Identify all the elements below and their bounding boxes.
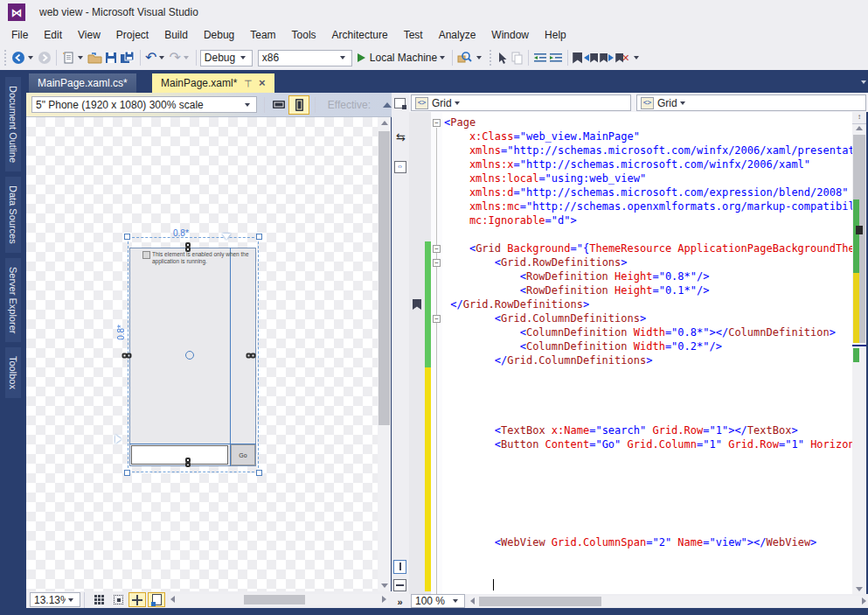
next-bookmark-button[interactable]	[599, 48, 615, 67]
toolbar-overflow-button[interactable]	[473, 48, 485, 67]
scrollbar-thumb[interactable]	[479, 597, 601, 606]
code-line[interactable]	[409, 395, 852, 409]
menu-view[interactable]: View	[70, 26, 108, 44]
resize-handle[interactable]	[256, 470, 262, 476]
code-line[interactable]: − <Grid Background="{ThemeResource Appli…	[409, 241, 852, 255]
navigate-forward-button[interactable]	[37, 48, 52, 67]
solution-platform-combo[interactable]: x86	[258, 50, 352, 66]
menu-file[interactable]: File	[3, 26, 36, 44]
resize-handle[interactable]	[256, 234, 262, 240]
scroll-up-icon[interactable]	[852, 126, 866, 130]
navigate-backward-button[interactable]	[10, 48, 37, 67]
copy-button-disabled[interactable]	[510, 48, 524, 67]
save-button[interactable]	[103, 48, 119, 67]
row-lock-chain-icon[interactable]	[185, 242, 192, 254]
menu-window[interactable]: Window	[483, 26, 537, 44]
menu-tools[interactable]: Tools	[284, 26, 324, 44]
scroll-right-icon[interactable]	[382, 596, 386, 605]
code-line[interactable]	[409, 367, 852, 381]
code-line[interactable]	[409, 549, 852, 563]
show-grid-button[interactable]	[90, 592, 108, 607]
editor-vertical-scrollbar[interactable]: ↕	[852, 112, 866, 595]
anchor-point-icon[interactable]	[185, 351, 194, 360]
sidebar-tab-server-explorer[interactable]: Server Explorer	[5, 258, 21, 342]
code-line[interactable]: xmlns:mc="http://schemas.openxmlformats.…	[409, 199, 852, 213]
snap-to-snaplines-button[interactable]	[128, 592, 146, 607]
row-marker-icon[interactable]	[115, 435, 122, 444]
open-file-button[interactable]	[87, 48, 103, 67]
scroll-left-icon[interactable]	[170, 596, 175, 605]
code-line[interactable]	[409, 493, 852, 507]
code-line[interactable]	[409, 409, 852, 423]
code-line[interactable]: − <Grid.ColumnDefinitions>	[409, 311, 852, 325]
expand-pane-button[interactable]: »	[393, 598, 406, 607]
run-target-caret[interactable]	[440, 56, 445, 59]
code-line[interactable]: mc:Ignorable="d">	[409, 213, 852, 227]
code-line[interactable]: <WebView Grid.ColumnSpan="2" Name="view"…	[409, 535, 852, 549]
code-line[interactable]: </Grid.RowDefinitions>	[409, 297, 852, 311]
code-line[interactable]	[409, 563, 852, 577]
code-line[interactable]: <RowDefinition Height="0.1*"/>	[409, 283, 852, 297]
sidebar-tab-data-sources[interactable]: Data Sources	[5, 177, 21, 253]
column-lock-chain-icon[interactable]	[245, 353, 256, 360]
scroll-down-icon[interactable]	[852, 587, 866, 591]
swap-panes-button[interactable]: ⇆	[393, 131, 406, 143]
resize-handle[interactable]	[124, 234, 130, 240]
code-line[interactable]	[409, 465, 852, 479]
split-editor-grip[interactable]: ↕	[852, 112, 866, 124]
designer-vertical-scrollbar[interactable]	[378, 117, 391, 591]
increase-indent-button[interactable]	[548, 48, 564, 67]
code-line[interactable]: <RowDefinition Height="0.8*"/>	[409, 269, 852, 283]
scrollbar-thumb[interactable]	[378, 131, 390, 425]
menu-debug[interactable]: Debug	[196, 26, 242, 44]
code-line[interactable]	[409, 479, 852, 493]
code-line[interactable]: <ColumnDefinition Width="0.2*"/>	[409, 339, 852, 353]
editor-horizontal-scrollbar[interactable]	[469, 596, 868, 607]
new-project-button[interactable]	[60, 48, 87, 67]
code-line[interactable]: xmlns:local="using:web_view"	[409, 171, 852, 185]
portrait-orientation-button[interactable]	[288, 95, 309, 115]
menu-test[interactable]: Test	[396, 26, 431, 44]
resize-handle[interactable]	[124, 470, 130, 476]
undo-button[interactable]: ↶	[144, 48, 168, 67]
scroll-down-icon[interactable]	[378, 584, 391, 588]
code-line[interactable]: xmlns:d="http://schemas.microsoft.com/ex…	[409, 185, 852, 199]
menu-build[interactable]: Build	[156, 26, 196, 44]
code-line[interactable]: x:Class="web_view.MainPage"	[409, 129, 852, 143]
code-line[interactable]: − <Grid.RowDefinitions>	[409, 255, 852, 269]
column-lock-chain-icon[interactable]	[121, 353, 132, 360]
horizontal-split-button[interactable]	[393, 579, 406, 591]
menu-edit[interactable]: Edit	[36, 26, 70, 44]
new-item-caret[interactable]	[78, 56, 83, 59]
go-button-preview[interactable]: Go	[231, 444, 255, 465]
designer-horizontal-scrollbar[interactable]	[169, 594, 388, 605]
column-marker-icon[interactable]	[222, 234, 231, 240]
code-line[interactable]	[409, 227, 852, 241]
redo-history-caret[interactable]	[184, 56, 189, 59]
designer-code-splitter[interactable]: ⇆ ‹› »	[392, 93, 409, 608]
solution-configuration-combo[interactable]: Debug	[200, 50, 253, 66]
popout-pane-button[interactable]	[393, 98, 406, 108]
toolbar-grip[interactable]	[3, 50, 8, 66]
undo-history-caret[interactable]	[159, 56, 164, 59]
xaml-code-editor[interactable]: −<Page x:Class="web_view.MainPage" xmlns…	[409, 112, 852, 595]
toggle-bookmark-button[interactable]	[572, 48, 583, 67]
tab-mainpage-xaml[interactable]: MainPage.xaml* ⊢ ×	[152, 73, 274, 93]
pin-tab-icon[interactable]: ⊢	[243, 79, 254, 87]
close-tab-icon[interactable]: ×	[259, 79, 266, 87]
decrease-indent-button[interactable]	[532, 48, 548, 67]
collapse-designer-toolbar-icon[interactable]	[383, 102, 392, 108]
landscape-orientation-button[interactable]	[268, 95, 288, 115]
collapse-pane-button[interactable]: ‹›	[393, 161, 406, 173]
menu-project[interactable]: Project	[108, 26, 156, 44]
code-line[interactable]: xmlns="http://schemas.microsoft.com/winf…	[409, 143, 852, 157]
scrollbar-thumb[interactable]	[244, 595, 305, 605]
back-history-caret[interactable]	[28, 56, 33, 59]
code-line[interactable]: <Button Content="Go" Grid.Column="1" Gri…	[409, 437, 852, 451]
tab-mainpage-xaml-cs[interactable]: MainPage.xaml.cs*	[29, 73, 136, 93]
start-debugging-button[interactable]: Local Machine	[352, 48, 448, 67]
scroll-left-icon[interactable]	[470, 598, 475, 606]
menu-team[interactable]: Team	[242, 26, 283, 44]
menu-architecture[interactable]: Architecture	[324, 26, 396, 44]
menu-help[interactable]: Help	[537, 26, 574, 44]
